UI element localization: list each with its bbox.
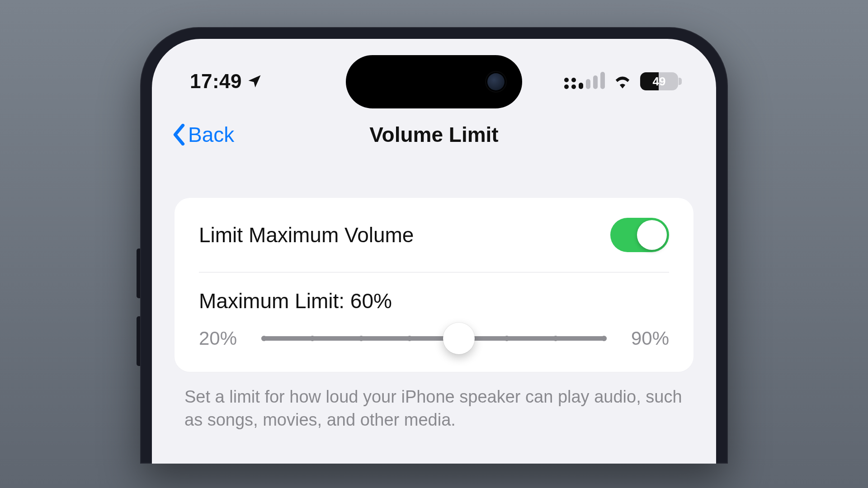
battery-indicator: 49: [640, 72, 678, 90]
cellular-signal-icon: [564, 74, 605, 89]
slider-ticks: [261, 336, 607, 341]
slider-min-label: 20%: [199, 328, 246, 349]
back-button[interactable]: Back: [172, 122, 234, 147]
status-time: 17:49: [190, 70, 242, 93]
status-left: 17:49: [190, 70, 263, 93]
phone-frame: 17:49: [140, 27, 728, 464]
slider-tick: [359, 336, 364, 341]
settings-panel: Limit Maximum Volume Maximum Limit: 60% …: [175, 198, 693, 372]
slider-thumb[interactable]: [443, 323, 475, 354]
slider-tick: [553, 336, 558, 341]
back-label: Back: [188, 122, 234, 147]
slider-row: 20% 90%: [175, 319, 693, 372]
limit-volume-toggle[interactable]: [610, 218, 669, 252]
battery-percent: 49: [640, 75, 678, 89]
screen: 17:49: [152, 39, 716, 464]
slider-tick: [261, 336, 267, 341]
slider-tick: [310, 336, 315, 341]
toggle-row: Limit Maximum Volume: [175, 198, 693, 272]
phone-body: 17:49: [140, 27, 728, 464]
toggle-label: Limit Maximum Volume: [199, 223, 414, 247]
wifi-icon: [613, 74, 632, 89]
volume-slider[interactable]: [261, 336, 607, 341]
dynamic-island: [346, 55, 522, 108]
slider-max-label: 90%: [622, 328, 669, 349]
slider-tick: [504, 336, 509, 341]
limit-label: Maximum Limit: 60%: [199, 289, 392, 313]
slider-tick: [601, 336, 607, 341]
nav-bar: Back Volume Limit: [152, 112, 716, 157]
footer-text: Set a limit for how loud your iPhone spe…: [152, 372, 716, 432]
toggle-knob: [637, 220, 667, 250]
location-icon: [246, 73, 263, 89]
slider-tick: [407, 336, 412, 341]
page-title: Volume Limit: [369, 122, 498, 147]
status-right: 49: [564, 72, 678, 90]
limit-row: Maximum Limit: 60%: [175, 272, 693, 319]
front-camera: [486, 72, 506, 92]
